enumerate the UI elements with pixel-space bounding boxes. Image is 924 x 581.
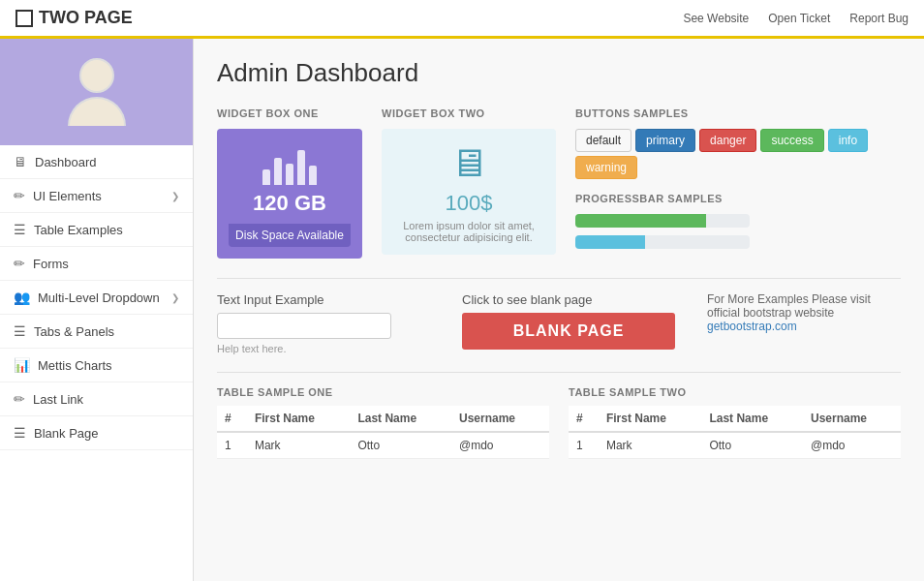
- btn-success[interactable]: success: [760, 129, 823, 152]
- cell-first: Mark: [247, 432, 350, 459]
- progress-blue-fill: [575, 235, 645, 249]
- widget-box-one: 120 GB Disk Space Available: [217, 129, 362, 259]
- col-last: Last Name: [350, 406, 451, 432]
- sidebar-avatar: [0, 39, 193, 145]
- table-row: 1 Mark Otto @mdo: [569, 432, 901, 459]
- brand-box-icon: [15, 10, 33, 27]
- bar3: [286, 164, 293, 185]
- table-row: 1 Mark Otto @mdo: [217, 432, 549, 459]
- sidebar-item-tabs-panels[interactable]: ☰ Tabs & Panels: [0, 315, 193, 349]
- col-first: First Name: [247, 406, 350, 432]
- sidebar-item-multi-level-dropdown[interactable]: 👥 Multi-Level Dropdown ❯: [0, 281, 193, 315]
- table-icon: ☰: [14, 222, 26, 237]
- sidebar-nav: 🖥 Dashboard ✏ UI Elements ❯ ☰ Table Exam…: [0, 145, 193, 581]
- users-icon: 👥: [14, 290, 30, 305]
- cell-first: Mark: [599, 432, 701, 459]
- avatar-body: [68, 97, 126, 126]
- sidebar-item-dashboard[interactable]: 🖥 Dashboard: [0, 145, 193, 179]
- progress-green-fill: [575, 214, 706, 228]
- btn-info[interactable]: info: [828, 129, 868, 152]
- button-group: default primary danger success info warn…: [575, 129, 901, 179]
- btn-warning[interactable]: warning: [575, 156, 637, 179]
- blank-page-button[interactable]: BLANK PAGE: [462, 313, 675, 350]
- sidebar-item-label: Blank Page: [34, 426, 99, 441]
- table-two-label: TABLE SAMPLE TWO: [569, 386, 901, 398]
- blank-page-label: Click to see blank page: [462, 292, 707, 307]
- col-last: Last Name: [701, 406, 803, 432]
- sidebar-item-label: Mettis Charts: [38, 358, 112, 373]
- sidebar-item-blank-page[interactable]: ☰ Blank Page: [0, 416, 193, 450]
- divider: [217, 278, 901, 279]
- progress-green-container: [575, 214, 901, 228]
- progress-blue-container: [575, 235, 901, 249]
- sidebar-item-forms[interactable]: ✏ Forms: [0, 247, 193, 281]
- right-panel: BUTTONS SAMPLES default primary danger s…: [575, 107, 901, 259]
- bootstrap-link[interactable]: getbootstrap.com: [707, 320, 797, 333]
- table-one-body: 1 Mark Otto @mdo: [217, 432, 549, 459]
- progressbar-label: PROGRESSBAR SAMPLES: [575, 193, 901, 204]
- sidebar-item-last-link[interactable]: ✏ Last Link: [0, 382, 193, 416]
- divider-2: [217, 372, 901, 373]
- avatar: [68, 58, 126, 126]
- info-text-section: For More Examples Please visit official …: [707, 292, 901, 354]
- monitor-display-icon: 🖥: [449, 141, 488, 185]
- col-first: First Name: [599, 406, 701, 432]
- form-icon: ✏: [14, 256, 25, 271]
- main-content: Admin Dashboard WIDGET BOX ONE 120: [194, 39, 924, 581]
- avatar-head: [79, 58, 114, 93]
- sidebar-item-label: Tabs & Panels: [34, 324, 114, 339]
- btn-danger[interactable]: danger: [699, 129, 756, 152]
- edit-icon: ✏: [14, 188, 25, 203]
- topnav-links: See Website Open Ticket Report Bug: [683, 12, 909, 25]
- btn-default[interactable]: default: [575, 129, 631, 152]
- link-icon: ✏: [14, 391, 25, 407]
- bar5: [309, 166, 317, 185]
- widget-one-value: 120 GB: [253, 191, 326, 216]
- top-navbar: TWO PAGE See Website Open Ticket Report …: [0, 0, 924, 39]
- sidebar-item-label: Dashboard: [35, 155, 97, 169]
- cell-username: @mdo: [803, 432, 901, 459]
- info-row: Text Input Example Help text here. Click…: [217, 292, 901, 354]
- widgets-row: WIDGET BOX ONE 120 GB Disk Space Availab…: [217, 107, 901, 259]
- widget-box-one-container: WIDGET BOX ONE 120 GB Disk Space Availab…: [217, 107, 362, 259]
- widget-one-label: WIDGET BOX ONE: [217, 107, 362, 119]
- open-ticket-link[interactable]: Open Ticket: [768, 12, 830, 25]
- input-section: Text Input Example Help text here.: [217, 292, 462, 354]
- widget-box-two: 🖥 100$ Lorem ipsum dolor sit amet, conse…: [382, 129, 556, 255]
- progress-green-track: [575, 214, 750, 228]
- progress-blue-track: [575, 235, 750, 249]
- btn-primary[interactable]: primary: [635, 129, 695, 152]
- blank-icon: ☰: [14, 425, 26, 441]
- cell-num: 1: [217, 432, 247, 459]
- input-section-label: Text Input Example: [217, 292, 462, 307]
- table-one-section: TABLE SAMPLE ONE # First Name Last Name …: [217, 386, 549, 459]
- widget-box-two-container: WIDGET BOX TWO 🖥 100$ Lorem ipsum dolor …: [382, 107, 556, 259]
- text-input[interactable]: [217, 313, 391, 339]
- table-one-label: TABLE SAMPLE ONE: [217, 386, 549, 398]
- sidebar: 🖥 Dashboard ✏ UI Elements ❯ ☰ Table Exam…: [0, 39, 194, 581]
- col-num: #: [569, 406, 599, 432]
- monitor-icon: 🖥: [14, 154, 27, 169]
- table-one-head: # First Name Last Name Username: [217, 406, 549, 432]
- sidebar-item-table-examples[interactable]: ☰ Table Examples: [0, 213, 193, 247]
- col-num: #: [217, 406, 247, 432]
- col-username: Username: [451, 406, 549, 432]
- cell-last: Otto: [701, 432, 803, 459]
- table-two-head: # First Name Last Name Username: [569, 406, 901, 432]
- sidebar-item-ui-elements[interactable]: ✏ UI Elements ❯: [0, 179, 193, 213]
- blank-page-section: Click to see blank page BLANK PAGE: [462, 292, 707, 354]
- help-text: Help text here.: [217, 343, 462, 354]
- widget-two-value: 100$: [446, 191, 493, 216]
- table-two-body: 1 Mark Otto @mdo: [569, 432, 901, 459]
- chart-icon: 📊: [14, 357, 30, 373]
- see-website-link[interactable]: See Website: [683, 12, 749, 25]
- sidebar-item-mettis-charts[interactable]: 📊 Mettis Charts: [0, 349, 193, 382]
- cell-num: 1: [569, 432, 599, 459]
- widget-one-inner: 120 GB: [253, 140, 326, 216]
- layout: 🖥 Dashboard ✏ UI Elements ❯ ☰ Table Exam…: [0, 39, 924, 581]
- tabs-icon: ☰: [14, 323, 26, 339]
- brand: TWO PAGE: [15, 8, 133, 28]
- widget-two-desc: Lorem ipsum dolor sit amet, consectetur …: [393, 220, 544, 243]
- report-bug-link[interactable]: Report Bug: [849, 12, 909, 25]
- cell-username: @mdo: [451, 432, 549, 459]
